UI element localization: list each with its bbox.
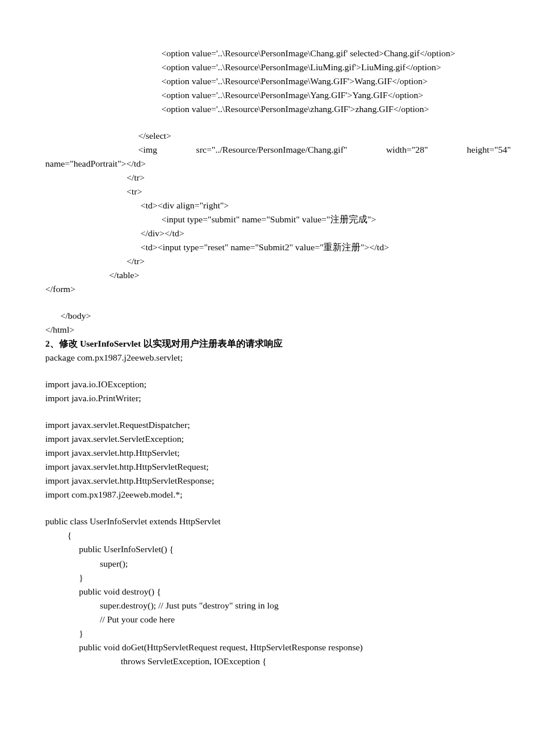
code-line: throws ServletException, IOException { [45, 654, 511, 668]
code-line: import javax.servlet.http.HttpServlet; [45, 446, 511, 460]
code-line: public UserInfoServlet() { [45, 542, 511, 556]
code-line: </body> [45, 309, 511, 323]
code-line: package com.px1987.j2eeweb.servlet; [45, 351, 511, 365]
code-line: <option value='..\Resource\PersonImage\Y… [45, 88, 511, 102]
code-line: <option value='..\Resource\PersonImage\C… [45, 46, 511, 60]
code-line: <td><div align="right"> [45, 199, 511, 213]
code-line: public class UserInfoServlet extends Htt… [45, 514, 511, 528]
code-line: import javax.servlet.http.HttpServletRes… [45, 474, 511, 488]
code-line: <td><input type="reset" name="Submit2" v… [45, 240, 511, 254]
code-line: <option value='..\Resource\PersonImage\L… [45, 60, 511, 74]
code-line: import java.io.PrintWriter; [45, 391, 511, 405]
code-line: public void doGet(HttpServletRequest req… [45, 640, 511, 654]
code-line: import javax.servlet.http.HttpServletReq… [45, 460, 511, 474]
code-line: </tr> [45, 254, 511, 268]
img-tag-part: src="../Resource/PersonImage/Chang.gif" [196, 143, 347, 157]
code-line: <option value='..\Resource\PersonImage\W… [45, 74, 511, 88]
code-line: { [45, 528, 511, 542]
code-line: </select> [45, 129, 511, 143]
code-line: } [45, 571, 511, 585]
code-line: </html> [45, 323, 511, 337]
code-line: </form> [45, 282, 511, 296]
code-line: import com.px1987.j2eeweb.model.*; [45, 488, 511, 502]
code-line: </tr> [45, 171, 511, 185]
code-line: <tr> [45, 185, 511, 199]
code-line: } [45, 627, 511, 640]
code-line: </table> [45, 268, 511, 282]
section-heading: 2、修改 UserInfoServlet 以实现对用户注册表单的请求响应 [45, 337, 511, 351]
code-line: super(); [45, 557, 511, 571]
code-line: name="headPortrait"></td> [45, 157, 511, 171]
img-tag-part: height="54" [467, 143, 511, 157]
img-tag-part: width="28" [386, 143, 428, 157]
code-line: import java.io.IOException; [45, 377, 511, 391]
code-line: super.destroy(); // Just puts "destroy" … [45, 599, 511, 613]
code-line: <input type="submit" name="Submit" value… [45, 213, 511, 226]
code-line: </div></td> [45, 226, 511, 240]
code-line: <option value='..\Resource\PersonImage\z… [45, 102, 511, 116]
code-line: <img src="../Resource/PersonImage/Chang.… [45, 143, 511, 157]
code-line: import javax.servlet.ServletException; [45, 432, 511, 446]
code-line: // Put your code here [45, 613, 511, 627]
code-line: public void destroy() { [45, 585, 511, 599]
img-tag-part: <img [138, 143, 157, 157]
code-line: import javax.servlet.RequestDispatcher; [45, 418, 511, 432]
